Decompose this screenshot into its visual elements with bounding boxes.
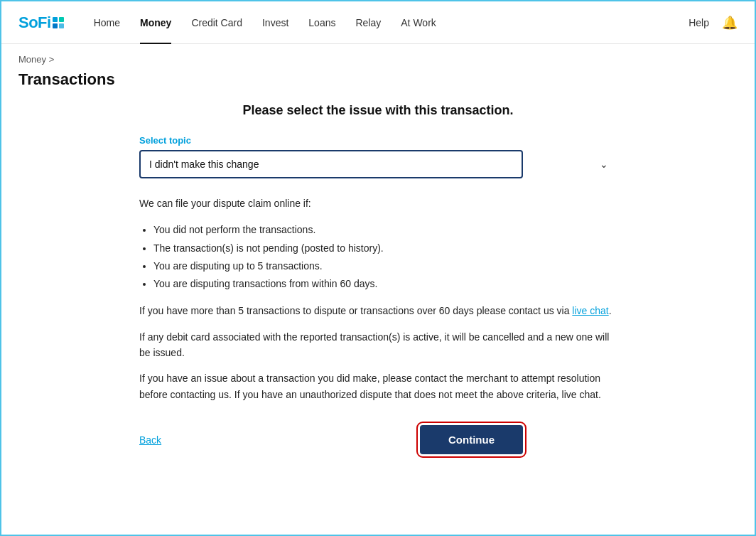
- contact-info-text: If you have more than 5 transactions to …: [139, 303, 617, 318]
- nav-item-relay[interactable]: Relay: [345, 1, 391, 44]
- help-link[interactable]: Help: [688, 17, 709, 28]
- dispute-bullets: You did not perform the transactions. Th…: [153, 221, 617, 293]
- form-footer: Back Continue: [139, 425, 523, 454]
- select-topic-label: Select topic: [139, 135, 617, 146]
- merchant-info-text: If you have an issue about a transaction…: [139, 370, 617, 402]
- bullet-item-3: You are disputing transactions from with…: [153, 275, 617, 293]
- debit-card-info-text: If any debit card associated with the re…: [139, 329, 617, 361]
- contact-info-before: If you have more than 5 transactions to …: [139, 305, 572, 316]
- notification-bell-icon[interactable]: 🔔: [722, 15, 738, 31]
- nav-links: Home Money Credit Card Invest Loans Rela…: [84, 1, 689, 44]
- nav-item-loans[interactable]: Loans: [298, 1, 345, 44]
- navbar: SoFi Home Money Credit Card Invest Loans…: [1, 1, 755, 44]
- breadcrumb-money-link[interactable]: Money: [18, 54, 46, 65]
- chevron-down-icon: ⌄: [600, 159, 608, 170]
- dispute-intro-text: We can file your dispute claim online if…: [139, 195, 617, 211]
- form-heading: Please select the issue with this transa…: [139, 103, 617, 118]
- topic-select[interactable]: I didn't make this change Incorrect amou…: [139, 150, 523, 178]
- nav-item-money[interactable]: Money: [130, 1, 181, 44]
- logo-text: SoFi: [18, 14, 51, 32]
- breadcrumb: Money >: [1, 44, 755, 68]
- nav-item-invest[interactable]: Invest: [252, 1, 298, 44]
- live-chat-link[interactable]: live chat: [572, 305, 608, 316]
- logo[interactable]: SoFi: [18, 14, 64, 32]
- bullet-item-1: The transaction(s) is not pending (poste…: [153, 240, 617, 257]
- page-title: Transactions: [1, 68, 755, 103]
- main-content: Please select the issue with this transa…: [122, 103, 634, 483]
- back-link[interactable]: Back: [139, 434, 161, 446]
- nav-item-home[interactable]: Home: [84, 1, 130, 44]
- nav-item-credit-card[interactable]: Credit Card: [181, 1, 252, 44]
- bullet-item-0: You did not perform the transactions.: [153, 221, 617, 239]
- bullet-item-2: You are disputing up to 5 transactions.: [153, 257, 617, 275]
- breadcrumb-separator: >: [49, 54, 55, 65]
- nav-right: Help 🔔: [688, 15, 738, 31]
- nav-item-at-work[interactable]: At Work: [391, 1, 446, 44]
- continue-button[interactable]: Continue: [420, 425, 523, 454]
- contact-info-after: .: [609, 305, 612, 316]
- logo-icon: [53, 17, 64, 28]
- select-wrapper: I didn't make this change Incorrect amou…: [139, 150, 617, 178]
